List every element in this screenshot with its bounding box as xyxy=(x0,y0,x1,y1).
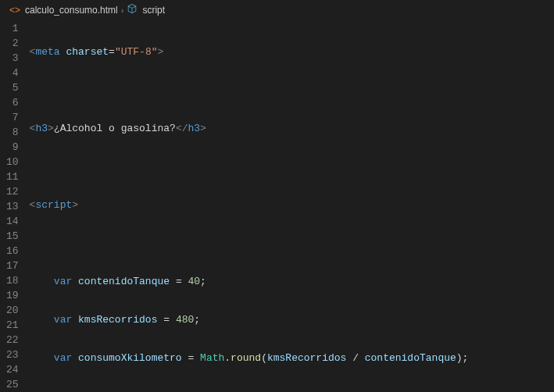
code-line[interactable] xyxy=(30,236,530,251)
line-number: 8 xyxy=(6,125,19,140)
breadcrumb-symbol[interactable]: script xyxy=(142,5,165,16)
line-number: 18 xyxy=(6,273,19,288)
line-number: 13 xyxy=(6,199,19,214)
code-line[interactable]: <meta charset="UTF-8"> xyxy=(30,45,530,59)
line-number: 11 xyxy=(6,169,19,184)
code-line[interactable]: var kmsRecorridos = 480; xyxy=(30,312,530,327)
code-line[interactable]: <script> xyxy=(30,198,530,212)
line-number: 24 xyxy=(6,362,19,377)
line-number: 5 xyxy=(6,80,19,95)
line-number: 9 xyxy=(6,140,19,155)
code-line[interactable] xyxy=(30,83,530,98)
line-number: 21 xyxy=(6,318,19,333)
line-number: 16 xyxy=(6,244,19,258)
line-number-gutter: 1 2 3 4 5 6 7 8 9 10 11 12 13 14 15 16 1… xyxy=(0,20,30,392)
breadcrumb-file[interactable]: calculo_consumo.html xyxy=(25,5,118,16)
line-number: 7 xyxy=(6,110,19,125)
code-line[interactable] xyxy=(30,389,530,392)
line-number: 4 xyxy=(6,66,19,80)
line-number: 1 xyxy=(6,21,19,36)
line-number: 12 xyxy=(6,184,19,199)
symbol-icon xyxy=(127,3,138,16)
code-line[interactable]: var contenidoTanque = 40; xyxy=(30,274,530,289)
code-line[interactable] xyxy=(30,159,530,174)
line-number: 19 xyxy=(6,288,19,303)
html-file-icon: <> xyxy=(9,5,20,16)
code-line[interactable]: var consumoXkilometro = Math.round(kmsRe… xyxy=(30,351,530,365)
breadcrumb[interactable]: <> calculo_consumo.html › script xyxy=(0,0,554,20)
line-number: 2 xyxy=(6,36,19,51)
line-number: 15 xyxy=(6,229,19,244)
line-number: 3 xyxy=(6,51,19,66)
line-number: 17 xyxy=(6,258,19,273)
code-area[interactable]: <meta charset="UTF-8"> <h3>¿Alcohol o ga… xyxy=(30,20,530,392)
line-number: 20 xyxy=(6,303,19,318)
line-number: 25 xyxy=(6,377,19,392)
line-number: 14 xyxy=(6,214,19,229)
line-number: 10 xyxy=(6,155,19,169)
code-line[interactable]: <h3>¿Alcohol o gasolina?</h3> xyxy=(30,121,530,136)
line-number: 22 xyxy=(6,333,19,347)
code-editor[interactable]: 1 2 3 4 5 6 7 8 9 10 11 12 13 14 15 16 1… xyxy=(0,20,554,392)
line-number: 6 xyxy=(6,95,19,110)
chevron-right-icon: › xyxy=(121,5,124,15)
line-number: 23 xyxy=(6,347,19,362)
